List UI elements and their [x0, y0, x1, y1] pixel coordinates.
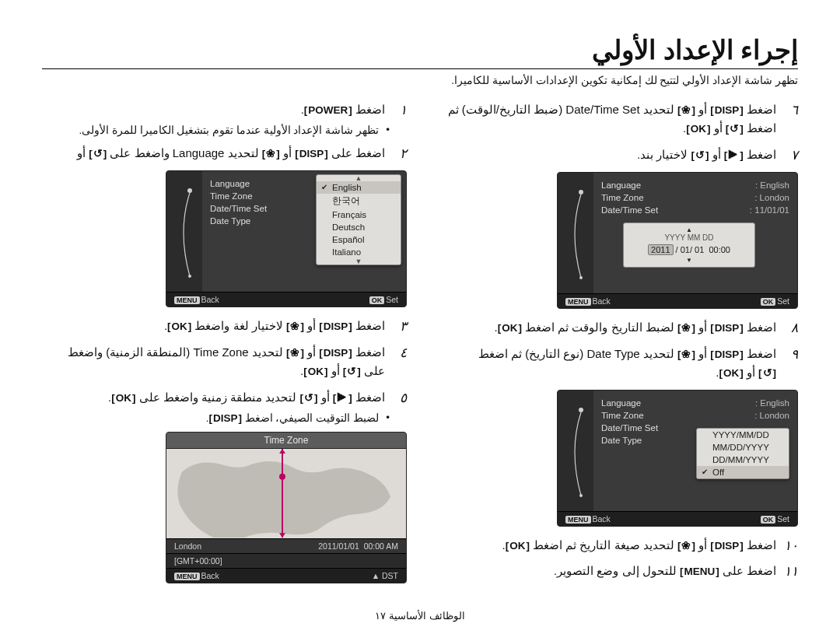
tz-info: London 2011/01/01 00:00 AM	[166, 538, 406, 553]
dd-item[interactable]: DD/MM/YYYY	[697, 454, 789, 466]
svg-point-1	[188, 275, 191, 278]
dd-item[interactable]: Español	[317, 233, 401, 246]
tz-gmt: [GMT+00:00]	[166, 553, 406, 568]
svg-point-6	[279, 473, 285, 479]
page-subtitle: تظهر شاشة الإعداد الأولي لتتيح لك إمكاني…	[42, 74, 798, 86]
svg-point-9	[579, 408, 583, 412]
dd-item[interactable]: English	[317, 181, 401, 194]
frame-side-icon	[166, 171, 202, 292]
flower-button: ❀	[262, 146, 280, 163]
disp-button: DISP	[295, 146, 328, 163]
svg-point-0	[187, 188, 192, 193]
page-footer: الوظائف الأساسية ١٧	[0, 610, 840, 622]
step-3: ٣ اضغط DISP أو ❀ لاختيار لغة واضغط OK.	[42, 317, 407, 335]
timer-button: ↺	[89, 146, 107, 163]
ui-frame-language: Language: English Time Zone: London Date…	[166, 170, 407, 307]
ui-frame-timezone: Time Zone London	[166, 432, 407, 583]
frame2-row: Language: English	[601, 179, 789, 191]
frame-list: Language: English Time Zone: London Date…	[202, 171, 406, 292]
ui-frame-datetype: Language: English Time Zone: London Date…	[557, 390, 798, 527]
step-8: ٨ اضغط DISP أو ❀ لضبط التاريخ والوقت ثم …	[433, 318, 798, 337]
dd-item[interactable]: MM/DD/YYYY	[697, 441, 789, 454]
tz-footer: MENUBack ▲ DST	[166, 568, 406, 583]
tz-map	[166, 449, 406, 538]
step-1: ١ اضغط POWER.	[42, 100, 407, 119]
dd-item[interactable]: Off	[697, 466, 789, 478]
steps-left: ٦ اضغط DISP أو ❀ لتحديد Date/Time Set (ض…	[433, 100, 798, 580]
ui-frame-datetime: Language: English Time Zone: London Date…	[557, 172, 798, 309]
step-10: ١٠ اضغط DISP أو ❀ لتحديد صيغة التاريخ ثم…	[433, 536, 798, 555]
dd-item[interactable]: Français	[317, 208, 401, 221]
step-5: ٥ اضغط ⯈ أو ↺ لتحديد منطقة زمنية واضغط ع…	[42, 388, 407, 407]
frame3-row: Time Zone: London	[601, 409, 789, 422]
frame3-row: Language: English	[601, 397, 789, 409]
language-dropdown[interactable]: ▲ English 한국어 Français Deutsch Español I…	[316, 174, 401, 265]
svg-point-7	[579, 190, 583, 194]
frame-footer: MENUBack OKSet	[166, 292, 406, 306]
steps-right: ١ اضغط POWER. تظهر شاشة الإعداد الأولية …	[42, 100, 407, 583]
datetype-dropdown[interactable]: YYYY/MM/DD MM/DD/YYYY DD/MM/YYYY Off	[696, 428, 789, 479]
step-9: ٩ اضغط DISP أو ❀ لتحديد Date Type (نوع ا…	[433, 345, 798, 382]
frame2-row: Time Zone: London	[601, 191, 789, 204]
two-column-layout: ١ اضغط POWER. تظهر شاشة الإعداد الأولية …	[42, 100, 798, 591]
dd-item[interactable]: 한국어	[317, 194, 401, 208]
svg-point-10	[579, 494, 583, 497]
step-11: ١١ اضغط على MENU للتحول إلى وضع التصوير.	[433, 562, 798, 580]
manual-page: إجراء الإعداد الأولي تظهر شاشة الإعداد ا…	[0, 0, 840, 634]
power-button-label: POWER	[304, 103, 352, 119]
step-1-note: تظهر شاشة الإعداد الأولية عندما تقوم بتش…	[42, 124, 407, 136]
tz-title: Time Zone	[166, 433, 406, 449]
page-title: إجراء الإعداد الأولي	[42, 34, 798, 65]
dd-item[interactable]: Italiano	[317, 246, 401, 258]
step-6: ٦ اضغط DISP أو ❀ لتحديد Date/Time Set (ض…	[433, 100, 798, 138]
title-rule	[42, 68, 798, 69]
dd-item[interactable]: YYYY/MM/DD	[697, 429, 789, 441]
dd-item[interactable]: Deutsch	[317, 221, 401, 233]
step-2: ٢ اضغط على DISP أو ❀ لتحديد Language واض…	[42, 144, 407, 163]
svg-point-8	[579, 276, 583, 279]
datetime-spinner[interactable]: ▲ YYYY MM DD 2011 / 01/ 01 00:00 ▼	[623, 222, 755, 268]
frame2-row: Date/Time Set: 11/01/01	[601, 204, 789, 216]
step-4: ٤ اضغط DISP أو ❀ لتحديد Time Zone (المنط…	[42, 343, 407, 380]
step-5-note: لضبط التوقيت الصيفي، اضغط DISP.	[42, 412, 407, 424]
column-left: ٦ اضغط DISP أو ❀ لتحديد Date/Time Set (ض…	[433, 100, 798, 591]
step-7: ٧ اضغط ⯈ أو ↺ لاختيار بند.	[433, 145, 798, 164]
column-right: ١ اضغط POWER. تظهر شاشة الإعداد الأولية …	[42, 100, 407, 591]
